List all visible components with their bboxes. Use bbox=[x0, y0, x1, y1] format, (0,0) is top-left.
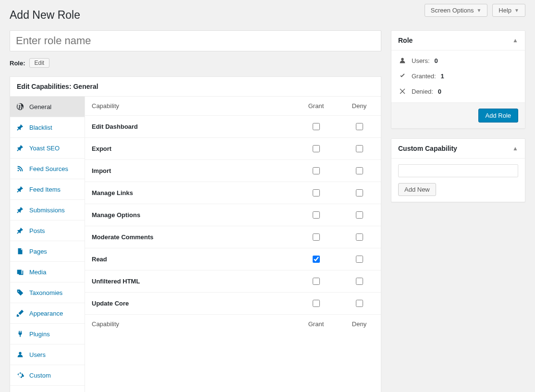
edit-role-slug-button[interactable]: Edit bbox=[29, 58, 50, 68]
custom-capability-box: Custom Capability ▲ Add New bbox=[391, 138, 525, 202]
tab-label: Feed Sources bbox=[29, 165, 79, 172]
col-footer-capability: Capability bbox=[85, 315, 294, 333]
capability-name: Read bbox=[85, 250, 294, 269]
tab-label: Media bbox=[29, 269, 79, 276]
custom-capability-input[interactable] bbox=[398, 164, 518, 177]
capability-row: Unfiltered HTML bbox=[85, 270, 381, 293]
tab-media[interactable]: Media bbox=[10, 262, 85, 282]
x-icon bbox=[398, 87, 407, 96]
grant-checkbox[interactable] bbox=[313, 211, 320, 219]
tab-pages[interactable]: Pages bbox=[10, 241, 85, 262]
deny-checkbox[interactable] bbox=[356, 256, 363, 263]
capability-table-header: Capability Grant Deny bbox=[85, 97, 381, 116]
add-role-button[interactable]: Add Role bbox=[478, 109, 518, 122]
tab-label: Yoast SEO bbox=[29, 145, 79, 152]
capability-row: Import bbox=[85, 160, 381, 182]
capability-row: Read bbox=[85, 248, 381, 270]
tab-all[interactable]: All bbox=[10, 386, 85, 392]
role-stat-users: Users: 0 bbox=[398, 56, 518, 65]
grant-checkbox[interactable] bbox=[313, 167, 320, 174]
deny-checkbox[interactable] bbox=[356, 211, 363, 219]
deny-checkbox[interactable] bbox=[356, 278, 363, 285]
collapse-toggle-icon[interactable]: ▲ bbox=[512, 37, 518, 44]
pin-icon bbox=[16, 185, 24, 194]
pin-icon bbox=[16, 123, 24, 132]
deny-checkbox[interactable] bbox=[356, 300, 363, 307]
deny-checkbox[interactable] bbox=[356, 233, 363, 241]
grant-checkbox[interactable] bbox=[313, 189, 320, 196]
chevron-down-icon: ▼ bbox=[514, 8, 519, 13]
tab-feed-sources[interactable]: Feed Sources bbox=[10, 159, 85, 179]
user-icon bbox=[398, 56, 407, 65]
pin-icon bbox=[16, 226, 24, 235]
col-header-deny: Deny bbox=[338, 97, 381, 115]
grant-checkbox[interactable] bbox=[313, 278, 320, 285]
wp-icon bbox=[16, 102, 24, 111]
page-icon bbox=[16, 247, 24, 256]
grant-checkbox[interactable] bbox=[313, 256, 320, 263]
deny-checkbox[interactable] bbox=[356, 123, 363, 130]
tab-users[interactable]: Users bbox=[10, 344, 85, 365]
help-label: Help bbox=[499, 7, 511, 14]
col-footer-grant: Grant bbox=[294, 315, 338, 333]
deny-checkbox[interactable] bbox=[356, 145, 363, 152]
capability-name: Export bbox=[85, 139, 294, 158]
tab-label: General bbox=[29, 103, 79, 110]
role-summary-title: Role bbox=[398, 37, 413, 44]
add-new-capability-button[interactable]: Add New bbox=[398, 183, 436, 196]
deny-checkbox[interactable] bbox=[356, 167, 363, 174]
tab-posts[interactable]: Posts bbox=[10, 220, 85, 241]
role-stat-denied: Denied: 0 bbox=[398, 87, 518, 96]
capability-name: Manage Options bbox=[85, 206, 294, 224]
capability-row: Edit Dashboard bbox=[85, 116, 381, 138]
capability-name: Edit Dashboard bbox=[85, 117, 294, 136]
tab-label: Blacklist bbox=[29, 124, 79, 131]
tab-taxonomies[interactable]: Taxonomies bbox=[10, 282, 85, 303]
check-icon bbox=[398, 72, 407, 80]
grant-checkbox[interactable] bbox=[313, 123, 320, 130]
capability-row: Moderate Comments bbox=[85, 226, 381, 248]
capability-table-footer: Capability Grant Deny bbox=[85, 315, 381, 333]
help-button[interactable]: Help ▼ bbox=[492, 4, 525, 17]
grant-checkbox[interactable] bbox=[313, 145, 320, 152]
tab-plugins[interactable]: Plugins bbox=[10, 324, 85, 344]
col-footer-deny: Deny bbox=[338, 315, 381, 333]
tab-submissions[interactable]: Submissions bbox=[10, 200, 85, 220]
tab-blacklist[interactable]: Blacklist bbox=[10, 117, 85, 138]
capability-row: Export bbox=[85, 138, 381, 160]
tab-label: Submissions bbox=[29, 207, 79, 214]
role-summary-box: Role ▲ Users: 0 Granted: 1 bbox=[391, 30, 525, 129]
collapse-toggle-icon[interactable]: ▲ bbox=[512, 145, 518, 152]
capability-row: Manage Links bbox=[85, 182, 381, 204]
tag-icon bbox=[16, 288, 24, 297]
grant-checkbox[interactable] bbox=[313, 300, 320, 307]
capability-tabs: GeneralBlacklistYoast SEOFeed SourcesFee… bbox=[10, 97, 85, 392]
tab-custom[interactable]: Custom bbox=[10, 365, 85, 386]
tab-label: Custom bbox=[29, 372, 79, 379]
chevron-down-icon: ▼ bbox=[476, 8, 481, 13]
col-header-capability: Capability bbox=[85, 97, 294, 115]
capability-row: Manage Options bbox=[85, 204, 381, 226]
role-slug-label: Role: bbox=[10, 60, 25, 67]
brush-icon bbox=[16, 309, 24, 318]
pin-icon bbox=[16, 144, 24, 152]
deny-checkbox[interactable] bbox=[356, 189, 363, 196]
rss-icon bbox=[16, 164, 24, 173]
role-name-input[interactable] bbox=[10, 30, 381, 51]
capability-name: Update Core bbox=[85, 294, 294, 313]
capabilities-panel: Edit Capabilities: General GeneralBlackl… bbox=[10, 76, 381, 392]
tab-label: Feed Items bbox=[29, 186, 79, 193]
grant-checkbox[interactable] bbox=[313, 233, 320, 241]
screen-options-button[interactable]: Screen Options ▼ bbox=[425, 4, 488, 17]
capability-name: Import bbox=[85, 161, 294, 180]
tab-general[interactable]: General bbox=[10, 97, 85, 117]
tab-label: Plugins bbox=[29, 331, 79, 338]
tab-yoast[interactable]: Yoast SEO bbox=[10, 138, 85, 159]
gear-icon bbox=[16, 371, 24, 380]
tab-label: Posts bbox=[29, 227, 79, 234]
plug-icon bbox=[16, 330, 24, 338]
tab-appearance[interactable]: Appearance bbox=[10, 303, 85, 324]
tab-label: Pages bbox=[29, 248, 79, 255]
tab-feed-items[interactable]: Feed Items bbox=[10, 179, 85, 200]
capability-table: Capability Grant Deny Edit DashboardExpo… bbox=[85, 97, 381, 392]
